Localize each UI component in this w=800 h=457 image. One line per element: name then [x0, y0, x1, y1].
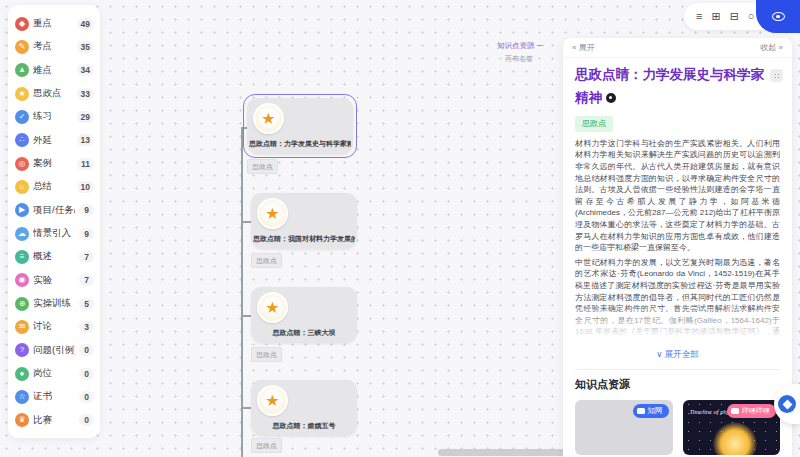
- node-type-tag: 思政点: [251, 253, 282, 268]
- sidebar-item-scenario-intro[interactable]: ☁ 情景引入 9: [15, 222, 94, 245]
- sidebar-item-overview[interactable]: ≡ 概述 7: [15, 245, 94, 268]
- panel-header: « 展开 收起 »: [563, 38, 792, 58]
- sidebar-item-count: 0: [79, 391, 94, 403]
- sidebar-item-count: 9: [79, 228, 94, 240]
- sidebar-item-label: 重点: [33, 17, 73, 30]
- experiment-icon: ◉: [15, 273, 29, 287]
- canvas-label[interactable]: 知识点资源 一: [497, 41, 544, 51]
- sidebar-item-count: 0: [79, 368, 94, 380]
- discussion-icon: ✉: [15, 320, 29, 334]
- sidebar-item-extension[interactable]: ∴ 外延 13: [15, 129, 94, 152]
- resource-card-bilibili[interactable]: Timeline of phys 哔哩哔哩: [683, 400, 781, 455]
- panel-article[interactable]: 材料力学这门学科与社会的生产实践紧密相关。人们利用材料力学相关知识来解决生产实践…: [575, 138, 780, 346]
- sidebar-item-label: 总结: [33, 180, 73, 193]
- sidebar-item-count: 33: [77, 88, 94, 100]
- sidebar-item-count: 11: [77, 158, 94, 170]
- overview-icon: ≡: [15, 250, 29, 264]
- assistant-spark-icon: [778, 395, 796, 413]
- expand-all-label: 展开全部: [665, 349, 699, 359]
- sidebar-item-competition[interactable]: ♛ 比赛 0: [15, 409, 94, 432]
- sidebar-item-count: 3: [79, 321, 94, 333]
- resource-card-cnki[interactable]: 知网: [575, 400, 673, 455]
- node-marker-icon[interactable]: [606, 93, 616, 103]
- resources-heading: 知识点资源: [575, 377, 780, 392]
- sidebar-item-label: 思政点: [33, 87, 73, 100]
- sidebar-item-difficulties[interactable]: ▲ 难点 34: [15, 59, 94, 82]
- sidebar-item-discussion[interactable]: ✉ 讨论 3: [15, 315, 94, 338]
- sidebar-item-count: 29: [77, 111, 94, 123]
- sidebar-item-exam-points[interactable]: ✎ 考点 35: [15, 35, 94, 58]
- star-icon: ★: [257, 292, 288, 323]
- badge-label: 哔哩哔哩: [742, 406, 770, 416]
- sidebar-item-count: 7: [79, 274, 94, 286]
- detail-panel: « 展开 收起 » 思政点睛：力学发展史与科学家精神 思政点 材料力学这门学科与…: [563, 38, 792, 457]
- ideology-star-icon: ★: [15, 87, 29, 101]
- flow-node-china-contribution[interactable]: ★ 思政点睛：我国对材料力学发展的重要贡献: [251, 193, 357, 249]
- sidebar-item-label: 证书: [33, 390, 75, 403]
- ideology-tag-badge: 思政点: [575, 116, 613, 132]
- canvas-sublabel: 画布名签: [505, 54, 533, 64]
- sidebar-item-count: 35: [77, 41, 94, 53]
- star-icon: ★: [257, 385, 288, 416]
- sidebar-item-count: 7: [79, 251, 94, 263]
- node-title: 思政点睛：嫦娥五号: [253, 421, 355, 431]
- sidebar-item-count: 34: [77, 64, 94, 76]
- preview-eye-button[interactable]: [756, 0, 800, 33]
- sidebar-item-practical-training[interactable]: ⊕ 实操训练 5: [15, 292, 94, 315]
- sidebar-item-experiment[interactable]: ◉ 实验 7: [15, 269, 94, 292]
- node-title: 思政点睛：三峡大坝: [253, 328, 355, 338]
- panel-title: 思政点睛：力学发展史与科学家精神: [575, 64, 775, 110]
- node-title: 思政点睛：我国对材料力学发展的重要贡献: [253, 234, 355, 244]
- sidebar-item-post[interactable]: ● 岗位 0: [15, 362, 94, 385]
- collapse-button[interactable]: 收起 »: [760, 42, 783, 53]
- sidebar-item-count: 13: [77, 134, 94, 146]
- sidebar-item-certificate[interactable]: ☆ 证书 0: [15, 385, 94, 408]
- outline-icon[interactable]: ≡: [696, 11, 702, 22]
- sidebar-item-summary[interactable]: ☼ 总结 10: [15, 175, 94, 198]
- sidebar-item-count: 0: [79, 414, 94, 426]
- flow-node-mechanics-history[interactable]: ★ 思政点睛：力学发展史与科学家精神: [243, 94, 357, 158]
- node-type-tag: 思政点: [247, 159, 278, 174]
- case-icon: ◎: [15, 157, 29, 171]
- extension-icon: ∴: [15, 133, 29, 147]
- flow-connector-elbow: [241, 407, 251, 409]
- question-icon: ?: [15, 343, 29, 357]
- practice-icon: ⊕: [15, 297, 29, 311]
- expand-button[interactable]: « 展开: [572, 42, 595, 53]
- text-fade-overlay: [575, 304, 780, 346]
- project-icon: ▶: [15, 203, 29, 217]
- flow-node-three-gorges-dam[interactable]: ★ 思政点睛：三峡大坝: [251, 287, 357, 343]
- reset-view-icon[interactable]: ○: [748, 11, 755, 22]
- sidebar-item-label: 比赛: [33, 414, 75, 427]
- flow-connector-elbow: [241, 315, 251, 317]
- summary-icon: ☼: [15, 180, 29, 194]
- node-title: 思政点睛：力学发展史与科学家精神: [249, 139, 351, 149]
- sidebar-item-label: 岗位: [33, 367, 75, 380]
- expand-all-button[interactable]: ∨ 展开全部: [575, 349, 780, 361]
- scenario-icon: ☁: [15, 227, 29, 241]
- sidebar-item-exercises[interactable]: ✓ 练习 29: [15, 105, 94, 128]
- sidebar-item-cases[interactable]: ◎ 案例 11: [15, 152, 94, 175]
- sidebar-item-label: 案例: [33, 157, 73, 170]
- category-sidebar: ◆ 重点 49 ✎ 考点 35 ▲ 难点 34 ★ 思政点 33 ✓ 练习 29…: [8, 5, 100, 438]
- sidebar-item-count: 9: [79, 204, 94, 216]
- sidebar-item-label: 实验: [33, 274, 75, 287]
- star-icon: ★: [257, 198, 288, 229]
- eye-icon: [772, 12, 785, 21]
- sidebar-item-ideology-points[interactable]: ★ 思政点 33: [15, 82, 94, 105]
- sidebar-item-keypoints[interactable]: ◆ 重点 49: [15, 12, 94, 35]
- thumbnail-caption: Timeline of phys: [690, 408, 733, 415]
- zoom-in-icon[interactable]: ⊞: [711, 11, 720, 22]
- sidebar-item-count: 49: [77, 18, 94, 30]
- flow-node-change5[interactable]: ★ 思政点睛：嫦娥五号: [251, 380, 357, 436]
- sidebar-item-label: 考点: [33, 40, 73, 53]
- sidebar-item-project-task-steps[interactable]: ▶ 项目/任务/步骤 9: [15, 199, 94, 222]
- sidebar-item-label: 问题(引例): [33, 344, 75, 357]
- sidebar-item-question[interactable]: ? 问题(引例) 0: [15, 339, 94, 362]
- sidebar-item-label: 练习: [33, 110, 73, 123]
- cnki-icon: [637, 408, 645, 414]
- certificate-icon: ☆: [15, 390, 29, 404]
- zoom-out-icon[interactable]: ⊟: [730, 11, 739, 22]
- sidebar-item-label: 项目/任务/步骤: [33, 204, 75, 217]
- drag-handle-icon[interactable]: [770, 69, 783, 82]
